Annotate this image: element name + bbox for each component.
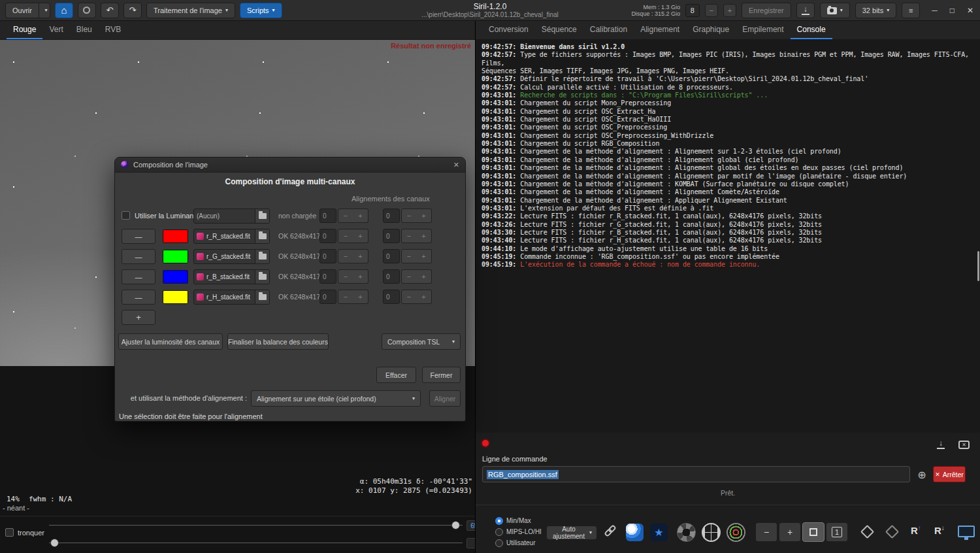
tab-graphique[interactable]: Graphique bbox=[686, 22, 736, 39]
low-level-slider[interactable] bbox=[49, 539, 463, 547]
tab-rouge[interactable]: Rouge bbox=[7, 22, 42, 39]
tab-console[interactable]: Console bbox=[791, 22, 832, 39]
y-shift-entry[interactable]: 0 bbox=[383, 209, 400, 223]
console-log[interactable]: 09:42:57: Bienvenue dans siril v1.2.009:… bbox=[476, 40, 980, 433]
clear-console-button[interactable]: ✕ bbox=[958, 441, 970, 449]
y-shift-minus-button[interactable]: − bbox=[401, 290, 417, 304]
x-shift-minus-button[interactable]: − bbox=[338, 229, 353, 243]
target-circles-icon[interactable] bbox=[727, 523, 745, 542]
y-shift-plus-button[interactable]: + bbox=[416, 229, 432, 243]
zoom-in-button[interactable]: + bbox=[779, 522, 801, 542]
photometry-r-up-icon[interactable]: R↑ bbox=[911, 524, 921, 536]
tronquer-checkbox[interactable] bbox=[5, 528, 14, 537]
y-shift-entry[interactable]: 0 bbox=[383, 269, 400, 284]
globe-grid-icon[interactable] bbox=[702, 523, 721, 542]
composition-mode-dropdown[interactable]: Composition TSL▾ bbox=[382, 333, 461, 350]
layers-diamond-icon-2[interactable] bbox=[885, 525, 899, 539]
maximize-button[interactable]: □ bbox=[950, 6, 955, 15]
image-processing-menu-button[interactable]: Traitement de l'image▾ bbox=[146, 3, 235, 18]
scripts-menu-button[interactable]: Scripts▾ bbox=[240, 3, 282, 18]
threads-minus-button[interactable]: − bbox=[705, 4, 718, 17]
hamburger-menu-button[interactable]: ≡ bbox=[902, 3, 920, 18]
record-command-icon[interactable] bbox=[481, 439, 490, 448]
zoom-fit-button[interactable] bbox=[802, 522, 825, 542]
display-monitor-icon[interactable] bbox=[958, 526, 975, 537]
remove-channel-button[interactable]: — bbox=[122, 269, 155, 284]
close-button[interactable]: ✕ bbox=[967, 6, 973, 15]
y-shift-plus-button[interactable]: + bbox=[416, 209, 432, 223]
x-shift-plus-button[interactable]: + bbox=[353, 229, 368, 243]
x-shift-minus-button[interactable]: − bbox=[338, 269, 353, 284]
redo-button[interactable]: ↷ bbox=[123, 3, 142, 18]
dialog-titlebar[interactable]: Composition de l'image ✕ bbox=[115, 158, 465, 173]
tab-alignement[interactable]: Alignement bbox=[634, 22, 686, 39]
x-shift-plus-button[interactable]: + bbox=[353, 290, 368, 304]
channel-color-swatch[interactable] bbox=[163, 250, 188, 263]
link-channels-icon[interactable] bbox=[604, 524, 617, 537]
threads-plus-button[interactable]: + bbox=[723, 4, 736, 17]
finalize-color-balance-button[interactable]: Finaliser la balance des couleurs bbox=[227, 333, 329, 350]
use-luminance-checkbox[interactable] bbox=[122, 211, 130, 220]
tab-vert[interactable]: Vert bbox=[42, 22, 69, 39]
luminance-file-combo[interactable]: (Aucun) bbox=[193, 209, 270, 224]
export-log-button[interactable]: ↓ bbox=[937, 441, 945, 449]
livestacking-button[interactable] bbox=[78, 3, 96, 18]
snapshot-button[interactable]: ▾ bbox=[820, 3, 850, 18]
layers-diamond-icon[interactable] bbox=[860, 525, 874, 539]
channel-color-swatch[interactable] bbox=[163, 229, 188, 243]
high-level-slider[interactable] bbox=[49, 521, 463, 529]
minimize-button[interactable]: ─ bbox=[932, 6, 938, 15]
x-shift-entry[interactable]: 0 bbox=[319, 229, 336, 243]
x-shift-plus-button[interactable]: + bbox=[353, 269, 368, 284]
save-button[interactable]: Enregistrer bbox=[742, 3, 791, 18]
tab-sequence[interactable]: Séquence bbox=[535, 22, 583, 39]
zoom-out-button[interactable]: − bbox=[755, 522, 777, 542]
tab-empilement[interactable]: Empilement bbox=[736, 22, 790, 39]
align-button[interactable]: Aligner bbox=[429, 390, 461, 407]
browse-folder-button[interactable] bbox=[255, 209, 269, 223]
tab-calibration[interactable]: Calibration bbox=[583, 22, 634, 39]
open-button[interactable]: Ouvrir bbox=[5, 3, 39, 18]
browse-folder-button[interactable] bbox=[255, 290, 269, 304]
bit-depth-dropdown[interactable]: 32 bits▾ bbox=[855, 3, 896, 18]
tab-conversion[interactable]: Conversion bbox=[482, 22, 535, 39]
y-shift-plus-button[interactable]: + bbox=[416, 249, 432, 263]
stop-button[interactable]: ✕ Arrêter bbox=[933, 466, 966, 482]
home-button[interactable]: ⌂ bbox=[55, 3, 73, 18]
x-shift-plus-button[interactable]: + bbox=[353, 249, 368, 263]
browse-folder-button[interactable] bbox=[255, 270, 269, 284]
swirl-app-icon[interactable] bbox=[626, 524, 644, 541]
x-shift-minus-button[interactable]: − bbox=[338, 209, 353, 223]
display-mode-minmax[interactable]: Min/Max bbox=[495, 516, 531, 525]
align-method-dropdown[interactable]: Alignement sur une étoile (ciel profond)… bbox=[251, 390, 421, 407]
star-app-icon[interactable]: ★ bbox=[650, 524, 668, 541]
y-shift-minus-button[interactable]: − bbox=[401, 249, 417, 263]
display-mode-mips[interactable]: MIPS-LO/HI bbox=[495, 528, 542, 536]
y-shift-minus-button[interactable]: − bbox=[401, 209, 417, 223]
open-dropdown-button[interactable]: ▾ bbox=[39, 3, 50, 18]
command-input[interactable]: RGB_composition.ssf bbox=[482, 466, 910, 482]
remove-channel-button[interactable]: — bbox=[122, 249, 155, 264]
close-dialog-button[interactable]: Fermer bbox=[422, 367, 461, 383]
threads-entry[interactable]: 8 bbox=[685, 4, 700, 17]
x-shift-minus-button[interactable]: − bbox=[338, 290, 353, 304]
channel-color-swatch[interactable] bbox=[163, 270, 188, 284]
x-shift-minus-button[interactable]: − bbox=[338, 249, 353, 263]
channel-file-combo[interactable]: r_B_stacked.fit bbox=[193, 269, 270, 284]
browse-folder-button[interactable] bbox=[255, 250, 269, 263]
y-shift-plus-button[interactable]: + bbox=[416, 269, 432, 284]
console-scrollbar[interactable] bbox=[977, 251, 979, 281]
y-shift-minus-button[interactable]: − bbox=[401, 269, 417, 284]
remove-channel-button[interactable]: — bbox=[122, 290, 155, 305]
y-shift-minus-button[interactable]: − bbox=[401, 229, 417, 243]
online-command-help-button[interactable]: ⊕ bbox=[915, 467, 929, 482]
y-shift-entry[interactable]: 0 bbox=[383, 290, 400, 304]
tab-bleu[interactable]: Bleu bbox=[70, 22, 99, 39]
x-shift-entry[interactable]: 0 bbox=[319, 269, 336, 284]
slider-knob[interactable] bbox=[451, 521, 460, 529]
x-shift-entry[interactable]: 0 bbox=[319, 209, 336, 223]
zoom-one-button[interactable]: 1 bbox=[826, 522, 848, 542]
undo-button[interactable]: ↶ bbox=[101, 3, 119, 18]
y-shift-entry[interactable]: 0 bbox=[383, 229, 400, 243]
y-shift-plus-button[interactable]: + bbox=[416, 290, 432, 304]
